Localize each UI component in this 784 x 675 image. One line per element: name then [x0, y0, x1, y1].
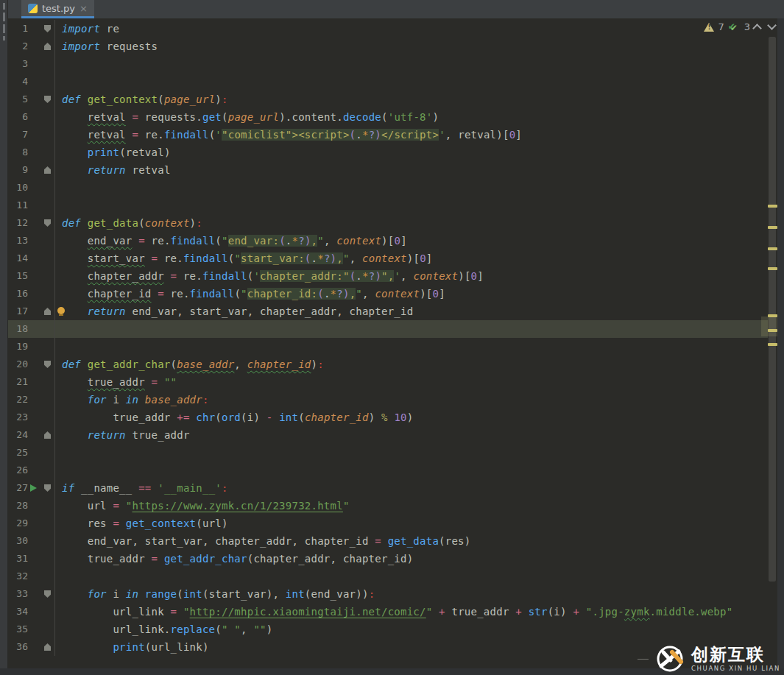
code-line-27[interactable]: 27if __name__ == '__main__': [8, 479, 768, 497]
scrollbar-thumb[interactable] [769, 37, 776, 582]
line-number: 31 [8, 550, 28, 568]
fold-start-icon[interactable] [44, 590, 51, 598]
warning-stripe-mark[interactable] [768, 247, 777, 250]
code-line-21[interactable]: 21 true_addr = "" [8, 373, 768, 391]
warning-stripe-mark[interactable] [768, 205, 777, 208]
code-line-19[interactable]: 19 [8, 338, 768, 356]
left-tool-strip[interactable] [0, 0, 8, 675]
code-text [55, 568, 768, 585]
line-number: 3 [8, 55, 28, 73]
intention-bulb-icon[interactable] [57, 307, 65, 314]
code-line-9[interactable]: 9 return retval [8, 161, 768, 179]
fold-end-icon[interactable] [44, 643, 51, 651]
inspection-ok-icon[interactable]: ✔✔ [728, 21, 741, 32]
code-line-31[interactable]: 31 true_addr = get_addr_char(chapter_add… [8, 550, 768, 568]
watermark-divider [638, 659, 649, 660]
warning-count: 7 [718, 21, 724, 32]
warning-stripe-mark[interactable] [768, 314, 777, 317]
code-line-15[interactable]: 15 chapter_addr = re.findall('chapter_ad… [8, 267, 768, 285]
code-line-26[interactable]: 26 [8, 462, 768, 479]
code-line-34[interactable]: 34 url_link = "http://mhpic.xiaomingtaij… [8, 603, 768, 621]
code-line-10[interactable]: 10 [8, 179, 768, 197]
code-text: url_link = "http://mhpic.xiaomingtaiji.n… [55, 603, 768, 621]
line-number: 13 [8, 232, 28, 250]
gutter-cell [28, 250, 55, 267]
run-arrow-icon[interactable] [30, 484, 37, 492]
code-line-12[interactable]: 12def get_data(context): [8, 214, 768, 232]
code-text: retval = re.findall('"comiclist"><script… [55, 126, 768, 144]
ok-count: 3 [744, 21, 750, 32]
code-text: for i in base_addr: [55, 391, 768, 409]
warning-stripe-mark[interactable] [768, 267, 777, 270]
line-number: 1 [8, 20, 28, 38]
gutter-cell [28, 409, 55, 426]
tab-test-py[interactable]: test.py × [21, 0, 94, 18]
line-number: 35 [8, 621, 28, 638]
code-line-3[interactable]: 3 [8, 55, 768, 73]
fold-end-icon[interactable] [44, 431, 51, 439]
code-line-33[interactable]: 33 for i in range(int(start_var), int(en… [8, 585, 768, 603]
fold-end-icon[interactable] [44, 43, 51, 50]
fold-start-icon[interactable] [44, 25, 51, 32]
fold-end-icon[interactable] [44, 308, 51, 315]
warning-stripe-mark[interactable] [768, 226, 777, 229]
fold-start-icon[interactable] [44, 361, 51, 368]
code-line-4[interactable]: 4 [8, 73, 768, 91]
code-line-5[interactable]: 5def get_context(page_url): [8, 91, 768, 108]
code-line-11[interactable]: 11 [8, 197, 768, 214]
code-text: def get_addr_char(base_addr, chapter_id)… [55, 356, 768, 373]
code-line-1[interactable]: 1import re [8, 20, 768, 38]
tab-close-icon[interactable]: × [80, 4, 88, 13]
warning-stripe-mark[interactable] [768, 343, 777, 346]
gutter-cell [28, 91, 55, 108]
gutter-cell [28, 20, 55, 38]
gutter-cell [28, 303, 55, 320]
gutter-cell [28, 38, 55, 55]
line-number: 19 [8, 338, 28, 356]
code-line-35[interactable]: 35 url_link.replace(" ", "") [8, 621, 768, 638]
code-line-23[interactable]: 23 true_addr += chr(ord(i) - int(chapter… [8, 409, 768, 426]
code-line-22[interactable]: 22 for i in base_addr: [8, 391, 768, 409]
code-line-14[interactable]: 14 start_var = re.findall("start_var:(.*… [8, 250, 768, 267]
code-text: chapter_addr = re.findall('chapter_addr:… [55, 267, 768, 285]
watermark: 创新互联 CHUANG XIN HU LIAN [638, 643, 780, 674]
gutter-cell [28, 144, 55, 161]
code-text: return end_var, start_var, chapter_addr,… [55, 303, 768, 320]
code-line-20[interactable]: 20def get_addr_char(base_addr, chapter_i… [8, 356, 768, 373]
fold-start-icon[interactable] [44, 219, 51, 227]
code-line-13[interactable]: 13 end_var = re.findall("end_var:(.*?),"… [8, 232, 768, 250]
prev-issue-chevron-up-icon[interactable] [752, 24, 762, 33]
gutter-cell [28, 638, 55, 656]
code-text [55, 320, 768, 338]
fold-start-icon[interactable] [44, 484, 51, 492]
code-editor[interactable]: 1import re2import requests345def get_con… [8, 18, 768, 675]
code-line-24[interactable]: 24 return true_addr [8, 426, 768, 444]
code-line-7[interactable]: 7 retval = re.findall('"comiclist"><scri… [8, 126, 768, 144]
code-line-6[interactable]: 6 retval = requests.get(page_url).conten… [8, 108, 768, 126]
inspections-widget[interactable]: 7 ✔✔ 3 [704, 21, 775, 32]
gutter-cell [28, 285, 55, 303]
gutter-cell [28, 108, 55, 126]
code-line-2[interactable]: 2import requests [8, 38, 768, 55]
code-line-8[interactable]: 8 print(retval) [8, 144, 768, 161]
warning-triangle-icon[interactable] [704, 22, 714, 32]
code-line-29[interactable]: 29 res = get_context(url) [8, 515, 768, 532]
code-line-16[interactable]: 16 chapter_id = re.findall("chapter_id:(… [8, 285, 768, 303]
code-text: retval = requests.get(page_url).content.… [55, 108, 768, 126]
code-line-28[interactable]: 28 url = "https://www.zymk.cn/1/239732.h… [8, 497, 768, 515]
line-number: 6 [8, 108, 28, 126]
right-tool-strip[interactable] [777, 18, 784, 675]
code-line-30[interactable]: 30 end_var, start_var, chapter_addr, cha… [8, 532, 768, 550]
line-number: 7 [8, 126, 28, 144]
scrollbar-track[interactable] [768, 18, 777, 675]
fold-end-icon[interactable] [44, 166, 51, 174]
code-line-25[interactable]: 25 [8, 444, 768, 462]
code-line-32[interactable]: 32 [8, 568, 768, 585]
fold-start-icon[interactable] [44, 96, 51, 103]
warning-stripe-mark[interactable] [768, 329, 777, 332]
gutter-cell [28, 532, 55, 550]
code-line-17[interactable]: 17 return end_var, start_var, chapter_ad… [8, 303, 768, 320]
next-issue-chevron-down-icon[interactable] [767, 21, 777, 30]
code-text: return retval [55, 161, 768, 179]
code-line-18[interactable]: 18 [8, 320, 768, 338]
